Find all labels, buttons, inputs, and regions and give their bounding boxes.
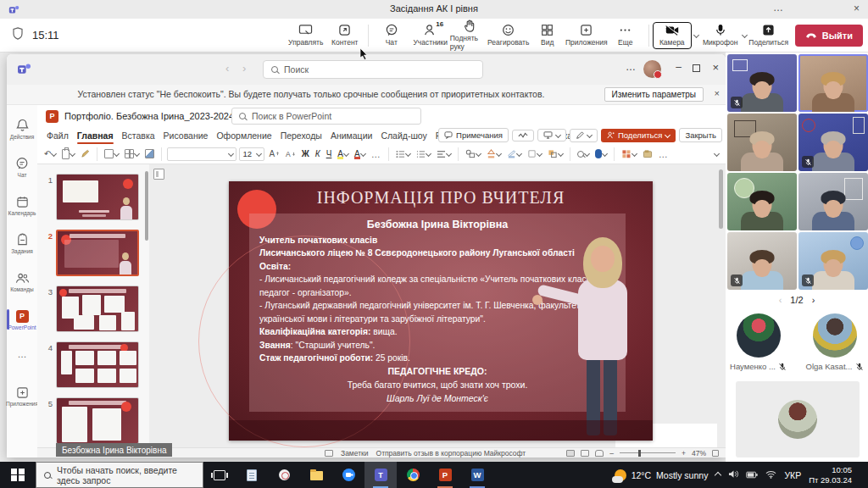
leave-button[interactable]: Выйти <box>795 25 863 47</box>
camera-chevron-icon[interactable] <box>693 32 699 38</box>
present-button[interactable] <box>537 129 566 141</box>
mic-chevron-icon[interactable] <box>742 32 748 38</box>
underline-button[interactable]: Ч <box>325 148 334 159</box>
participant-item[interactable]: Науменко ... <box>730 313 787 371</box>
tab-transitions[interactable]: Переходы <box>276 127 326 144</box>
slide-thumbnail-4[interactable] <box>56 341 139 388</box>
volume-icon[interactable] <box>728 469 738 480</box>
participant-item[interactable]: Olga Kasat... <box>806 313 864 371</box>
titlebar-more-icon[interactable]: … <box>773 2 783 14</box>
bold-button[interactable]: Ж <box>300 148 311 159</box>
picture-button[interactable] <box>143 148 156 159</box>
mic-button[interactable]: Микрофон <box>701 24 740 47</box>
snipping-tool-button[interactable] <box>268 462 300 488</box>
weather-widget[interactable]: 12°C Mostly sunny <box>615 469 709 481</box>
clock-widget[interactable]: 10:05 Пт 29.03.24 <box>809 465 852 485</box>
video-tile[interactable] <box>798 232 868 290</box>
video-tile[interactable] <box>727 114 797 171</box>
find-button[interactable] <box>576 150 591 158</box>
file-explorer-button[interactable] <box>300 462 332 488</box>
shrink-font-button[interactable]: А <box>284 149 298 159</box>
zoom-level[interactable]: 47% <box>692 449 706 458</box>
change-settings-button[interactable]: Изменить параметры <box>604 87 704 102</box>
zoom-slider[interactable] <box>620 452 676 454</box>
video-tile[interactable] <box>727 232 797 290</box>
zoom-app-button[interactable] <box>332 462 364 488</box>
tab-file[interactable]: Файл <box>42 127 73 144</box>
normal-view-icon[interactable] <box>566 450 575 457</box>
rail-item-chat[interactable]: Чат <box>7 148 37 186</box>
ribbon-collapse-button[interactable] <box>713 151 721 157</box>
undo-button[interactable]: ↶ <box>42 148 58 159</box>
apps-button[interactable]: Приложения <box>567 24 606 47</box>
video-tile[interactable] <box>798 173 868 230</box>
notepad-button[interactable] <box>236 462 268 488</box>
battery-icon[interactable] <box>746 470 758 480</box>
taskbar-search-input[interactable]: Чтобы начать поиск, введите здесь запрос <box>36 462 203 488</box>
slide-scrollbar[interactable] <box>719 169 723 229</box>
rail-item-powerpoint[interactable]: P PowerPoint <box>7 301 37 339</box>
layout-button[interactable] <box>123 148 141 159</box>
pen-button[interactable] <box>570 129 598 142</box>
pager-next-icon[interactable]: › <box>812 295 815 305</box>
tab-draw[interactable]: Рисование <box>159 127 213 144</box>
slide-thumbnail-2[interactable] <box>56 230 139 276</box>
task-view-button[interactable] <box>203 462 236 488</box>
thumbnails-scrollbar[interactable] <box>145 171 148 241</box>
powerpoint-app-button[interactable]: P <box>429 462 461 488</box>
rail-item-more[interactable]: … <box>7 339 37 377</box>
bullets-button[interactable] <box>394 149 412 159</box>
shape-outline-button[interactable] <box>505 148 523 159</box>
window-more-icon[interactable]: … <box>626 61 636 73</box>
new-slide-button[interactable] <box>103 148 120 159</box>
word-app-button[interactable]: W <box>461 462 493 488</box>
rail-item-activity[interactable]: Действия <box>7 110 37 148</box>
participants-button[interactable]: 16 Участники <box>411 24 450 47</box>
language-indicator[interactable]: УКР <box>784 470 801 480</box>
self-view-tile[interactable] <box>736 381 860 458</box>
nav-forward-icon[interactable]: › <box>242 62 246 75</box>
notes-label[interactable]: Заметки <box>341 449 369 458</box>
zoom-out-button[interactable]: – <box>609 449 614 458</box>
manage-button[interactable]: Управлять <box>287 24 326 47</box>
profile-avatar[interactable] <box>643 60 661 78</box>
slideshow-icon[interactable] <box>595 450 604 457</box>
font-more-button[interactable]: … <box>370 148 383 160</box>
teams-search-input[interactable]: Поиск <box>263 60 483 79</box>
tab-design[interactable]: Оформление <box>212 127 275 144</box>
pager-prev-icon[interactable]: ‹ <box>779 295 782 305</box>
chat-button[interactable]: Чат <box>372 24 411 47</box>
shapes-button[interactable] <box>464 148 482 159</box>
react-button[interactable]: Реагировать <box>489 24 528 47</box>
ppt-share-button[interactable]: Поделиться <box>601 129 676 142</box>
tray-expand-icon[interactable] <box>715 471 721 478</box>
window-maximize-icon[interactable] <box>693 64 700 72</box>
font-size-select[interactable]: 12 <box>239 147 264 161</box>
ppt-close-button[interactable]: Закрыть <box>679 128 722 142</box>
library-button[interactable] <box>641 148 654 159</box>
wifi-icon[interactable] <box>765 470 776 480</box>
fit-slide-icon[interactable] <box>712 450 719 457</box>
dictate-button[interactable] <box>593 148 609 159</box>
slide-sorter-icon[interactable] <box>581 450 589 457</box>
arrange-button[interactable] <box>546 148 565 159</box>
rail-item-apps[interactable]: Приложения <box>7 377 37 415</box>
banner-close-icon[interactable]: × <box>715 88 720 98</box>
toolbar-more-button[interactable]: … <box>657 148 670 160</box>
highlight-button[interactable]: А <box>336 148 350 159</box>
ppt-search-input[interactable]: Поиск в PowerPoint <box>231 108 421 125</box>
rail-item-teams[interactable]: Команды <box>7 263 37 301</box>
video-tile[interactable] <box>798 114 868 171</box>
align-button[interactable] <box>435 149 453 159</box>
grow-font-button[interactable]: А <box>267 148 281 159</box>
tab-slideshow[interactable]: Слайд-шоу <box>376 127 431 144</box>
shape-effects-button[interactable] <box>526 148 543 159</box>
slide-thumbnail-1[interactable] <box>56 174 139 220</box>
comments-button[interactable]: Примечания <box>438 128 509 142</box>
designer-button[interactable] <box>620 148 638 159</box>
chrome-button[interactable] <box>397 462 429 488</box>
slide-thumbnail-5[interactable] <box>56 397 139 444</box>
sparkline-button[interactable] <box>512 130 534 141</box>
video-tile[interactable] <box>727 173 797 230</box>
slide-canvas[interactable]: ІНФОРМАЦІЯ ПРО ВЧИТЕЛЯ Безбожна Ірина Ві… <box>229 181 653 441</box>
